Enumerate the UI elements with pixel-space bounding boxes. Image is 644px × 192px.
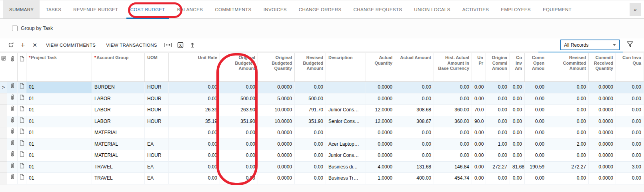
cell-committed_invoiced_quantity[interactable]: 0.00 (616, 105, 644, 116)
cell-revised_committed_amount[interactable]: 0.00 (547, 105, 589, 116)
cell-actual_amount[interactable]: 0.00 (395, 150, 434, 162)
column-header-committed_invoiced_quantity[interactable]: Con Invo Qua (616, 51, 644, 81)
cell-uom[interactable]: HOUR (145, 105, 169, 116)
cell-description[interactable]: Junior Cons… (326, 150, 366, 162)
table-row[interactable]: 01MATERIALHOUR0.000.000.00000.00Junior C… (0, 150, 644, 162)
cell-original_budgeted_amount[interactable]: 0.00 (220, 150, 258, 162)
paperclip-icon[interactable] (10, 150, 14, 161)
cell-uom[interactable]: HOUR (145, 82, 169, 93)
cell-committed_received_quantity[interactable]: 0.0000 (589, 116, 616, 128)
cell-project_task[interactable]: 01 (26, 139, 92, 150)
cell-hist_actual_amount_base[interactable]: 146.84 (434, 162, 472, 173)
paperclip-icon[interactable] (10, 127, 14, 139)
cell-committed_invoiced_amount[interactable]: 0.00 (510, 105, 525, 116)
cell-committed_invoiced_amount[interactable]: 81.68 (510, 162, 525, 173)
cell-committed_open_amount[interactable]: 0.00 (525, 105, 547, 116)
cell-selector[interactable] (0, 93, 7, 105)
cell-revised_budgeted_amount[interactable]: 791.70 (295, 105, 326, 116)
cell-revised_budgeted_amount[interactable]: 500.00 (295, 93, 326, 105)
cell-committed_invoiced_quantity[interactable]: 0.00 (616, 139, 644, 150)
cell-notes[interactable] (18, 105, 26, 116)
cell-committed_invoiced_amount[interactable]: 0.00 (510, 173, 525, 184)
tab-union-locals[interactable]: UNION LOCALS (408, 0, 456, 18)
column-header-unit_price[interactable]: Un Pr (472, 51, 486, 81)
cell-uom[interactable]: EA (145, 162, 169, 173)
paperclip-icon[interactable] (10, 116, 14, 127)
tab-invoices[interactable]: INVOICES (258, 0, 293, 18)
column-header-committed_invoiced_amount[interactable]: Co Inv Am (510, 51, 525, 81)
cell-unit_rate[interactable]: 35.19 (169, 116, 220, 128)
add-row-button[interactable]: + (17, 40, 29, 51)
cell-original_budgeted_quantity[interactable]: 0.0000 (258, 173, 295, 184)
cell-unit_price[interactable]: 0.00 (472, 127, 486, 139)
cell-unit_price[interactable]: 0.00 (472, 173, 486, 184)
cell-hist_actual_amount_base[interactable]: 0.00 (434, 93, 472, 105)
column-header-actual_quantity[interactable]: Actual Quantity (366, 51, 395, 81)
cell-revised_budgeted_amount[interactable]: 351.90 (295, 116, 326, 128)
cell-files[interactable] (7, 93, 18, 105)
cell-original_budgeted_amount[interactable]: 0.00 (220, 127, 258, 139)
cell-revised_committed_amount[interactable]: 0.00 (547, 93, 589, 105)
cell-notes[interactable] (18, 173, 26, 184)
cell-files[interactable] (7, 105, 18, 116)
cell-uom[interactable]: EA (145, 139, 169, 150)
cell-account_group[interactable]: TRAVEL (92, 173, 145, 184)
column-header-description[interactable]: Description (326, 51, 366, 81)
cell-notes[interactable] (18, 139, 26, 150)
cell-notes[interactable] (18, 82, 26, 93)
cell-revised_budgeted_amount[interactable]: 0.00 (295, 150, 326, 162)
cell-project_task[interactable]: 01 (26, 150, 92, 162)
cell-committed_invoiced_quantity[interactable]: 0.00 (616, 127, 644, 139)
cell-unit_price[interactable]: 0.00 (472, 150, 486, 162)
cell-account_group[interactable]: MATERIAL (92, 150, 145, 162)
cell-description[interactable]: Senior Cons… (326, 116, 366, 128)
note-icon[interactable] (20, 116, 24, 127)
cell-account_group[interactable]: BURDEN (92, 82, 145, 93)
cell-actual_quantity[interactable]: 12.0000 (366, 105, 395, 116)
cell-committed_received_quantity[interactable]: 0.0000 (589, 127, 616, 139)
cell-notes[interactable] (18, 162, 26, 173)
cell-committed_open_amount[interactable]: 0.00 (525, 139, 547, 150)
cell-notes[interactable] (18, 93, 26, 105)
note-icon[interactable] (20, 173, 24, 184)
cell-committed_invoiced_quantity[interactable]: 0.00 (616, 82, 644, 93)
cell-description[interactable]: Business Tr… (326, 173, 366, 184)
cell-committed_received_quantity[interactable]: 0.0000 (589, 105, 616, 116)
cell-committed_received_quantity[interactable]: 0.0000 (589, 139, 616, 150)
cell-unit_rate[interactable]: 0.00 (169, 127, 220, 139)
cell-original_budgeted_amount[interactable]: 500.00 (220, 93, 258, 105)
cell-selector[interactable] (0, 139, 7, 150)
table-row[interactable]: 01MATERIAL0.000.000.00000.000.00000.000.… (0, 127, 644, 139)
note-icon[interactable] (20, 105, 24, 116)
cell-original_committed_amount[interactable]: 0.00 (486, 127, 510, 139)
table-row[interactable]: 01MATERIALEA0.000.000.00000.00Acer Lapto… (0, 139, 644, 150)
tab-change-requests[interactable]: CHANGE REQUESTS (348, 0, 408, 18)
cell-actual_amount[interactable]: 0.00 (395, 82, 434, 93)
cell-committed_received_quantity[interactable]: 0.0000 (589, 82, 616, 93)
cell-committed_invoiced_quantity[interactable]: 0.00 (616, 150, 644, 162)
cell-files[interactable] (7, 173, 18, 184)
cell-committed_invoiced_amount[interactable]: 0.00 (510, 139, 525, 150)
filter-settings-button[interactable] (626, 41, 634, 49)
cell-original_budgeted_quantity[interactable]: 10.0000 (258, 116, 295, 128)
cell-actual_amount[interactable]: 0.00 (395, 93, 434, 105)
cell-committed_open_amount[interactable]: 190.59 (525, 162, 547, 173)
cell-committed_open_amount[interactable]: 0.00 (525, 93, 547, 105)
column-header-unit_rate[interactable]: Unit Rate (169, 51, 220, 81)
cell-committed_open_amount[interactable]: 0.00 (525, 150, 547, 162)
note-icon[interactable] (20, 150, 24, 161)
column-header-original_budgeted_quantity[interactable]: Original Budgeted Quantity (258, 51, 295, 81)
fit-width-button[interactable] (162, 40, 174, 51)
cell-hist_actual_amount_base[interactable]: 0.00 (434, 82, 472, 93)
cell-selector[interactable]: > (0, 82, 7, 93)
cell-committed_open_amount[interactable]: 0.00 (525, 116, 547, 128)
cell-description[interactable] (326, 82, 366, 93)
tab-balances[interactable]: BALANCES (171, 0, 209, 18)
cell-actual_quantity[interactable]: 0.0000 (366, 127, 395, 139)
cell-hist_actual_amount_base[interactable]: 0.00 (434, 127, 472, 139)
cell-revised_budgeted_amount[interactable]: 0.00 (295, 173, 326, 184)
cell-original_budgeted_amount[interactable]: 0.00 (220, 173, 258, 184)
cell-project_task[interactable]: 01 (26, 116, 92, 128)
cell-revised_committed_amount[interactable]: 272.27 (547, 162, 589, 173)
cell-original_budgeted_amount[interactable]: 263.90 (220, 105, 258, 116)
